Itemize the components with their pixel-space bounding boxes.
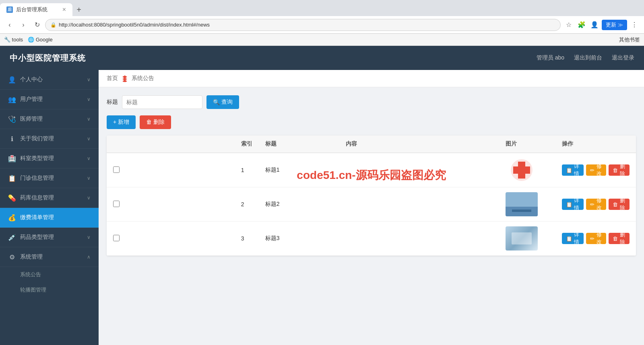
pharmacy-arrow: ∨ (87, 195, 91, 201)
row1-edit-btn[interactable]: ✏ 修改 (586, 164, 606, 176)
front-link[interactable]: 退出到前台 (574, 54, 602, 62)
doctor-arrow: ∨ (87, 116, 91, 122)
address-bar[interactable]: 🔒 http://localhost:8080/springbootil5n0/… (45, 19, 561, 31)
row3-detail-btn[interactable]: 📋 详情 (562, 233, 584, 244)
sidebar-label-pharmacy: 药库信息管理 (20, 194, 83, 201)
row2-image (499, 187, 555, 222)
sidebar-label-doctor: 医师管理 (20, 115, 83, 123)
row3-checkbox[interactable] (107, 222, 235, 256)
row3-action-btns: 📋 详情 ✏ 修改 🗑 删除 (562, 233, 630, 244)
row2-checkbox[interactable] (107, 187, 235, 222)
sidebar-label-fee: 缴费清单管理 (20, 214, 91, 221)
reload-btn[interactable]: ↻ (31, 19, 43, 31)
profile-btn[interactable]: 👤 (589, 19, 600, 31)
new-tab-btn[interactable]: + (72, 3, 85, 16)
forward-btn[interactable]: › (18, 19, 29, 31)
header-actions: 管理员 abo 退出到前台 退出登录 (537, 54, 634, 62)
extensions-btn[interactable]: 🧩 (576, 19, 587, 31)
col-content: 内容 (339, 136, 499, 153)
bookmark-tools[interactable]: 🔧 tools (4, 37, 23, 43)
delete-button[interactable]: 🗑 删除 (140, 115, 171, 129)
row1-content (339, 153, 499, 187)
browser-controls: ‹ › ↻ 🔒 http://localhost:8080/springboot… (0, 16, 644, 34)
row1-checkbox[interactable] (107, 153, 235, 187)
row2-delete-btn[interactable]: 🗑 删除 (609, 199, 630, 210)
app-header: 中小型医院管理系统 管理员 abo 退出到前台 退出登录 (0, 46, 644, 70)
sidebar-sub-news[interactable]: 系统公告 (0, 267, 99, 282)
admin-info: 管理员 abo (537, 54, 564, 62)
other-bookmarks[interactable]: 其他书签 (619, 36, 640, 43)
row3-index: 3 (235, 222, 259, 256)
breadcrumb-sep (121, 75, 128, 82)
cross-icon (510, 158, 534, 182)
table-row: 3 标题3 (107, 222, 636, 256)
breadcrumb-current: 系统公告 (132, 75, 154, 82)
row2-edit-btn[interactable]: ✏ 修改 (586, 199, 606, 210)
lock-icon: 🔒 (50, 22, 56, 28)
breadcrumb-home[interactable]: 首页 (107, 75, 118, 82)
row1-title: 标题1 (259, 153, 339, 187)
row1-delete-btn[interactable]: 🗑 删除 (609, 164, 630, 176)
sidebar-item-fee[interactable]: 💰 缴费清单管理 (0, 208, 99, 228)
app-body: 👤 个人中心 ∨ 👥 用户管理 ∨ 🩺 医师管理 ∨ ℹ 关于我们管理 ∨ 🏥 (0, 70, 644, 345)
row1-image (499, 153, 555, 187)
about-icon: ℹ (8, 135, 16, 143)
system-arrow: ∧ (87, 254, 91, 260)
row2-detail-btn[interactable]: 📋 详情 (562, 199, 584, 210)
search-button[interactable]: 🔍 查询 (206, 95, 239, 109)
about-arrow: ∨ (87, 136, 91, 142)
row1-actions: 📋 详情 ✏ 修改 🗑 删除 (555, 153, 636, 187)
sidebar: 👤 个人中心 ∨ 👥 用户管理 ∨ 🩺 医师管理 ∨ ℹ 关于我们管理 ∨ 🏥 (0, 70, 99, 345)
row1-image-cell (506, 158, 538, 182)
row2-action-btns: 📋 详情 ✏ 修改 🗑 删除 (562, 199, 630, 210)
action-bar: + 新增 🗑 删除 (107, 115, 636, 129)
sidebar-item-drug[interactable]: 💉 药品类型管理 ∨ (0, 228, 99, 247)
svg-rect-2 (513, 166, 530, 174)
sidebar-item-about[interactable]: ℹ 关于我们管理 ∨ (0, 129, 99, 149)
clinic-arrow: ∨ (87, 175, 91, 181)
sidebar-sub-banner[interactable]: 轮播图管理 (0, 282, 99, 298)
row2-image-cell (506, 192, 538, 216)
tab-close-btn[interactable]: × (62, 6, 66, 13)
browser-tab[interactable]: 后 后台管理系统 × (0, 3, 72, 16)
sidebar-item-user[interactable]: 👥 用户管理 ∨ (0, 90, 99, 109)
drug-arrow: ∨ (87, 234, 91, 240)
sidebar-item-pharmacy[interactable]: 💊 药库信息管理 ∨ (0, 188, 99, 208)
sidebar-item-dept[interactable]: 🏥 科室类型管理 ∨ (0, 149, 99, 168)
row3-content (339, 222, 499, 256)
dept-arrow: ∨ (87, 156, 91, 161)
sidebar-label-system: 系统管理 (20, 253, 83, 261)
data-table: 索引 标题 内容 图片 操作 1 标题1 (107, 136, 636, 256)
delete-icon: 🗑 (613, 167, 618, 173)
row3-edit-btn[interactable]: ✏ 修改 (586, 233, 606, 244)
user-icon: 👥 (8, 95, 16, 103)
row3-image-cell (506, 226, 538, 251)
row1-detail-btn[interactable]: 📋 详情 (562, 164, 584, 176)
logout-link[interactable]: 退出登录 (612, 54, 634, 62)
app-container: 中小型医院管理系统 管理员 abo 退出到前台 退出登录 👤 个人中心 ∨ 👥 … (0, 46, 644, 345)
table-header: 索引 标题 内容 图片 操作 (107, 136, 636, 153)
dept-icon: 🏥 (8, 154, 16, 162)
user-arrow: ∨ (87, 97, 91, 102)
app-title: 中小型医院管理系统 (10, 53, 86, 64)
back-btn[interactable]: ‹ (4, 19, 15, 31)
sidebar-item-personal[interactable]: 👤 个人中心 ∨ (0, 70, 99, 90)
star-btn[interactable]: ☆ (563, 19, 574, 31)
sidebar-label-user: 用户管理 (20, 96, 83, 103)
edit-icon: ✏ (590, 167, 594, 173)
sidebar-label-dept: 科室类型管理 (20, 155, 83, 162)
menu-btn[interactable]: ⋮ (629, 19, 640, 31)
sidebar-label-personal: 个人中心 (20, 76, 83, 83)
bookmark-google[interactable]: 🌐 Google (28, 37, 53, 43)
search-label: 标题 (107, 99, 118, 106)
sidebar-item-system[interactable]: ⚙ 系统管理 ∧ (0, 247, 99, 267)
update-btn[interactable]: 更新 ≫ (602, 20, 627, 30)
row3-delete-btn[interactable]: 🗑 删除 (609, 233, 630, 244)
sidebar-item-doctor[interactable]: 🩺 医师管理 ∨ (0, 109, 99, 129)
row2-title: 标题2 (259, 187, 339, 222)
search-bar: 标题 🔍 查询 (107, 95, 636, 109)
add-button[interactable]: + 新增 (107, 115, 136, 129)
search-input[interactable] (122, 95, 202, 109)
sidebar-item-clinic[interactable]: 📋 门诊信息管理 ∨ (0, 168, 99, 188)
row2-content (339, 187, 499, 222)
